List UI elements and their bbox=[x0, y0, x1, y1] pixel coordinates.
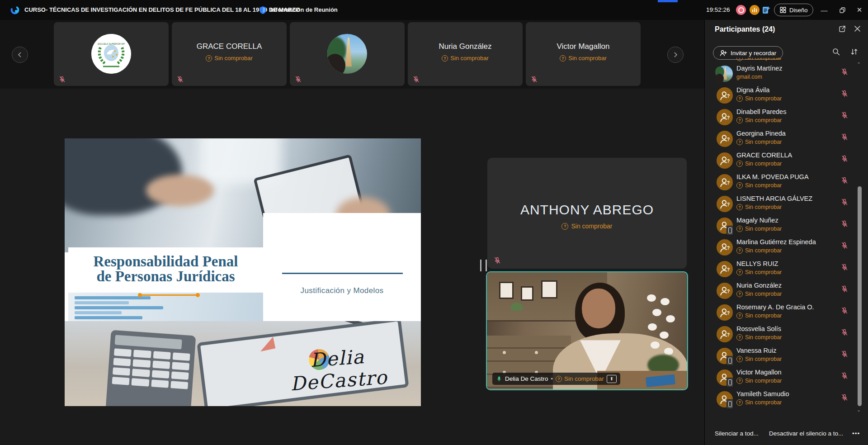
stage-divider-handle[interactable] bbox=[480, 260, 487, 271]
picture-in-picture-button[interactable]: ⬆ bbox=[607, 375, 617, 383]
participant-row-nuria-gonzález[interactable]: ?Nuria González?Sin comprobar bbox=[705, 280, 868, 302]
meeting-info-button[interactable]: Información de Reunión bbox=[270, 0, 338, 20]
window-minimize-button[interactable]: — bbox=[816, 0, 832, 20]
participant-name: Rossvelia Solís bbox=[736, 325, 838, 332]
popout-panel-icon[interactable] bbox=[839, 25, 846, 33]
avatar-person-icon bbox=[717, 218, 733, 234]
mic-muted-icon[interactable] bbox=[840, 198, 849, 206]
orchid-decoration bbox=[644, 294, 683, 361]
search-participants-icon[interactable] bbox=[832, 48, 840, 56]
mic-muted-icon[interactable] bbox=[840, 155, 849, 163]
shield-icon bbox=[259, 6, 266, 14]
window-restore-button[interactable] bbox=[835, 0, 850, 20]
mic-active-icon bbox=[496, 376, 502, 382]
participant-status: ?Sin comprobar bbox=[736, 334, 782, 341]
mic-muted-icon[interactable] bbox=[840, 220, 849, 228]
filmstrip-tile-logo[interactable]: ESCUELA SUPERIOR MP bbox=[54, 22, 169, 86]
participant-name: Dinabell Paredes bbox=[736, 108, 838, 115]
active-speaker-video[interactable]: Delia De Castro • ? Sin comprobar ⬆ bbox=[486, 271, 688, 390]
active-speaker-name: Delia De Castro bbox=[505, 375, 548, 382]
mic-muted-icon[interactable] bbox=[840, 393, 849, 402]
participant-row-marlina-gutiérrez-espineda[interactable]: ?Marlina Gutiérrez Espineda?Sin comproba… bbox=[705, 237, 868, 259]
shared-content-stage: Justificación y Modelos Responsabilidad … bbox=[0, 89, 704, 445]
more-options-button[interactable]: ••• bbox=[852, 430, 860, 437]
participant-status: ?Sin comprobar bbox=[736, 204, 782, 210]
filmstrip-tile-avatar[interactable] bbox=[290, 22, 405, 86]
participant-name: Vanessa Ruiz bbox=[736, 347, 838, 354]
mic-muted-icon[interactable] bbox=[840, 111, 849, 119]
participant-list: Dayris Martínezgmail.com?Digna Ávila?Sin… bbox=[705, 63, 868, 412]
window-close-button[interactable]: ✕ bbox=[852, 0, 867, 20]
filmstrip-tile-nuria-gonzález[interactable]: Nuria González?Sin comprobar bbox=[408, 22, 523, 86]
mic-muted-icon bbox=[530, 76, 538, 83]
participant-avatar-photo bbox=[327, 34, 367, 74]
participant-status: ?Sin comprobar bbox=[172, 55, 287, 62]
participant-tile-anthony-abrego[interactable]: ANTHONY ABREGO ? Sin comprobar bbox=[487, 158, 687, 269]
participant-status: ?Sin comprobar bbox=[736, 378, 782, 384]
participant-row-rosemary-a-de-gracia-o-[interactable]: ?Rosemary A. De Gracia O.?Sin comprobar bbox=[705, 302, 868, 324]
participant-name: Marlina Gutiérrez Espineda bbox=[736, 238, 838, 246]
layout-design-button[interactable]: Diseño bbox=[774, 4, 813, 16]
participant-name: Yamileth Samudio bbox=[736, 390, 838, 398]
notes-clipboard-icon[interactable] bbox=[761, 5, 770, 14]
mic-muted-icon[interactable] bbox=[840, 241, 849, 250]
participant-row-ilka-m-poveda-puga[interactable]: ?ILKA M. POVEDA PUGA?Sin comprobar bbox=[705, 172, 868, 194]
filmstrip-tile-victor-magallon[interactable]: Victor Magallon?Sin comprobar bbox=[526, 22, 641, 86]
slide-title-line2: de Personas Jurídicas bbox=[68, 269, 263, 284]
participant-row-grace-corella[interactable]: ?GRACE CORELLA?Sin comprobar bbox=[705, 150, 868, 172]
participant-row-nellys-ruiz[interactable]: ?NELLYS RUIZ?Sin comprobar bbox=[705, 259, 868, 280]
participant-row-lisneth-arcia-gálvez[interactable]: ?LISNETH ARCIA GÁLVEZ?Sin comprobar bbox=[705, 194, 868, 215]
mic-muted-icon[interactable] bbox=[840, 285, 849, 293]
avatar-person-icon: ? bbox=[717, 326, 733, 342]
participant-status: ?Sin comprobar bbox=[736, 226, 782, 232]
participant-row-dayris-martínez[interactable]: Dayris Martínezgmail.com bbox=[705, 63, 868, 85]
participant-status: ?Sin comprobar bbox=[408, 55, 523, 62]
phone-device-badge bbox=[726, 378, 733, 387]
participant-row-vanessa-ruiz[interactable]: Vanessa Ruiz?Sin comprobar bbox=[705, 346, 868, 367]
scroll-down-arrow[interactable]: ⌄ bbox=[857, 407, 861, 413]
unverified-icon: ? bbox=[736, 95, 743, 102]
participant-row-dinabell-paredes[interactable]: ?Dinabell Paredes?Sin comprobar bbox=[705, 107, 868, 128]
mic-muted-icon[interactable] bbox=[840, 176, 849, 185]
unverified-icon: ? bbox=[736, 269, 743, 275]
calculator-decoration bbox=[105, 330, 196, 406]
mic-muted-icon[interactable] bbox=[840, 263, 849, 271]
participant-name: ILKA M. POVEDA PUGA bbox=[736, 173, 838, 180]
recording-indicator-icon[interactable] bbox=[736, 5, 746, 15]
participant-row-georgina-pineda[interactable]: ?Georgina Pineda?Sin comprobar bbox=[705, 128, 868, 150]
participant-row-digna-ávila[interactable]: ?Digna Ávila?Sin comprobar bbox=[705, 85, 868, 107]
slide-title-box: Responsabilidad Penal de Personas Jurídi… bbox=[68, 247, 263, 293]
connection-stats-icon[interactable] bbox=[750, 5, 760, 15]
avatar-person-icon bbox=[717, 348, 733, 364]
participant-row-victor-magallon[interactable]: Victor Magallon?Sin comprobar bbox=[705, 367, 868, 389]
mic-muted-icon[interactable] bbox=[840, 307, 849, 315]
mic-muted-icon[interactable] bbox=[840, 350, 849, 358]
mic-muted-icon[interactable] bbox=[840, 68, 849, 76]
filmstrip-prev-button[interactable] bbox=[12, 47, 28, 63]
participants-panel-footer: Silenciar a tod... Desactivar el silenci… bbox=[705, 424, 868, 445]
participant-name: Nuria González bbox=[736, 282, 838, 289]
filmstrip-tiles: ESCUELA SUPERIOR MPGRACE CORELLA?Sin com… bbox=[54, 22, 641, 86]
mic-muted-icon[interactable] bbox=[840, 372, 849, 380]
mic-muted-icon[interactable] bbox=[840, 133, 849, 141]
mic-muted-icon[interactable] bbox=[840, 90, 849, 98]
mic-muted-icon[interactable] bbox=[840, 328, 849, 336]
filmstrip-next-button[interactable] bbox=[667, 47, 684, 63]
filmstrip-tile-grace-corella[interactable]: GRACE CORELLA?Sin comprobar bbox=[172, 22, 287, 86]
close-panel-icon[interactable] bbox=[854, 25, 861, 32]
scrollbar-thumb[interactable] bbox=[858, 186, 862, 406]
participant-row-rossvelia-solís[interactable]: ?Rossvelia Solís?Sin comprobar bbox=[705, 324, 868, 346]
participant-row-yamileth-samudio[interactable]: Yamileth Samudio?Sin comprobar bbox=[705, 389, 868, 411]
unverified-icon: ? bbox=[736, 117, 743, 123]
participant-row-magaly-nuñez[interactable]: Magaly Nuñez?Sin comprobar bbox=[705, 215, 868, 237]
slide-photo-charts bbox=[68, 293, 263, 321]
sort-participants-icon[interactable] bbox=[850, 48, 858, 56]
mute-all-button[interactable]: Silenciar a tod... bbox=[715, 430, 759, 437]
scroll-up-arrow[interactable]: ⌃ bbox=[857, 62, 861, 67]
avatar-person-icon: ? bbox=[717, 87, 733, 104]
mic-muted-icon bbox=[176, 76, 184, 83]
active-speaker-label: Delia De Castro • ? Sin comprobar ⬆ bbox=[492, 373, 620, 385]
unmute-all-button[interactable]: Desactivar el silencio a to... bbox=[769, 430, 843, 437]
slide-divider-line bbox=[282, 273, 403, 274]
unverified-icon: ? bbox=[736, 399, 743, 406]
